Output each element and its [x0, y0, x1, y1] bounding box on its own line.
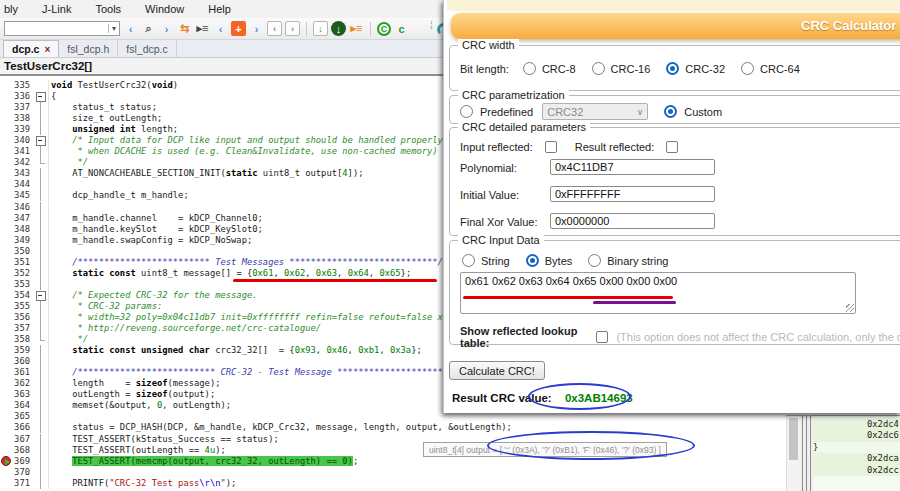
predefined-select[interactable]: CRC32 ∨	[542, 103, 648, 120]
scrollbar-thumb[interactable]	[789, 418, 798, 460]
menu-item-bly[interactable]: bly	[4, 3, 18, 15]
navigate-forward-icon[interactable]: ›	[159, 21, 174, 36]
disassembly-row[interactable]: }	[813, 442, 900, 453]
menu-item-tools[interactable]: Tools	[95, 3, 121, 15]
tab-fsl_dcp-h[interactable]: fsl_dcp.h	[59, 40, 118, 57]
line-number[interactable]: 343	[0, 168, 34, 179]
show-lookup-checkbox[interactable]	[596, 331, 608, 343]
menu-item-help[interactable]: Help	[208, 3, 231, 15]
code-text[interactable]: m_handle.swapConfig = kDCP_NoSwap;	[49, 235, 252, 245]
code-text[interactable]: TEST_ASSERT(memcmp(output, crc32_32, out…	[49, 456, 358, 466]
line-number[interactable]: 366	[0, 422, 34, 433]
disassembly-row[interactable]: 0x2dc4	[813, 419, 900, 430]
code-text[interactable]: m_handle.channel = kDCP_Channel0;	[49, 213, 263, 223]
code-text[interactable]	[49, 411, 51, 421]
line-number[interactable]: 356	[0, 312, 34, 323]
code-text[interactable]: */	[49, 157, 88, 167]
swap-arrows-icon[interactable]: ⇆	[177, 21, 192, 36]
calculate-crc-button[interactable]: Calculate CRC!	[449, 361, 545, 380]
fold-margin[interactable]	[34, 301, 49, 312]
line-number[interactable]: 337	[0, 102, 34, 113]
address-combobox[interactable]: ▾	[4, 21, 120, 36]
crc-width-radio-crc-64[interactable]	[741, 62, 754, 75]
line-number[interactable]: 359	[0, 345, 34, 356]
code-text[interactable]	[49, 179, 51, 189]
breakpoint-icon[interactable]	[1, 456, 11, 466]
fold-margin[interactable]	[34, 268, 49, 279]
pane-splitter[interactable]	[800, 415, 813, 491]
fold-margin[interactable]	[34, 213, 49, 224]
code-line[interactable]: 371 PRINTF("CRC-32 Test pass\r\n");	[0, 478, 900, 489]
fold-margin[interactable]	[34, 235, 49, 246]
custom-radio[interactable]	[664, 105, 677, 118]
fold-margin[interactable]	[34, 389, 49, 400]
line-number[interactable]: 342	[0, 157, 34, 168]
line-number[interactable]: 338	[0, 113, 34, 124]
code-text[interactable]: * http://reveng.sourceforge.net/crc-cata…	[49, 323, 321, 333]
fold-margin[interactable]	[34, 190, 49, 201]
code-text[interactable]: void TestUserCrc32(void)	[49, 80, 178, 90]
fold-margin[interactable]	[34, 224, 49, 235]
fold-margin[interactable]	[34, 91, 49, 102]
menu-item-j-link[interactable]: J-Link	[42, 3, 71, 15]
line-number[interactable]: 350	[0, 246, 34, 257]
fold-margin[interactable]	[34, 80, 49, 91]
fold-margin[interactable]	[34, 478, 49, 489]
toolbar-overflow-icon[interactable]: ⁞	[430, 20, 432, 31]
code-text[interactable]: TEST_ASSERT(kStatus_Success == status);	[49, 434, 279, 444]
code-text[interactable]: status_t status;	[49, 102, 157, 112]
line-number[interactable]: 335	[0, 80, 34, 91]
code-text[interactable]: m_handle.keySlot = kDCP_KeySlot0;	[49, 224, 263, 234]
line-number[interactable]: 360	[0, 356, 34, 367]
line-number[interactable]: 344	[0, 179, 34, 190]
line-number[interactable]: 361	[0, 367, 34, 378]
input-reflected-checkbox[interactable]	[545, 141, 557, 153]
line-number[interactable]: 370	[0, 467, 34, 478]
code-text[interactable]	[49, 202, 51, 212]
code-text[interactable]	[49, 467, 51, 477]
predefined-radio[interactable]	[460, 105, 473, 118]
fold-margin[interactable]	[34, 467, 49, 478]
fold-margin[interactable]	[34, 257, 49, 268]
breakpoint-shield-icon[interactable]: +	[231, 21, 246, 36]
reset-icon[interactable]: C	[377, 22, 391, 36]
code-text[interactable]: unsigned int length;	[49, 124, 178, 134]
line-number[interactable]: 347	[0, 213, 34, 224]
run-list-icon[interactable]: ▸≡	[349, 21, 364, 36]
next-item-icon[interactable]: ›	[249, 21, 264, 36]
line-number[interactable]: 358	[0, 334, 34, 345]
input-data-radio-bytes[interactable]	[526, 254, 539, 267]
code-text[interactable]: * when DCACHE is used (e.g. Clean&Invali…	[49, 146, 438, 156]
fold-margin[interactable]	[34, 146, 49, 157]
fold-margin[interactable]	[34, 422, 49, 433]
input-data-textarea[interactable]: 0x61 0x62 0x63 0x64 0x65 0x00 0x00 0x00	[460, 272, 856, 314]
fold-margin[interactable]	[34, 102, 49, 113]
fold-margin[interactable]	[34, 246, 49, 257]
fold-margin[interactable]	[34, 124, 49, 135]
line-number[interactable]: 364	[0, 400, 34, 411]
code-text[interactable]: dcp_handle_t m_handle;	[49, 190, 189, 200]
disassembly-pane[interactable]: 0x2dc40x2dc6}0x2dca0x2dcc	[813, 415, 900, 491]
code-text[interactable]: * CRC-32 params:	[49, 301, 162, 311]
code-text[interactable]: memset(&output, 0, outLength);	[49, 400, 231, 410]
code-text[interactable]: /* Expected CRC-32 for the message.	[49, 290, 258, 300]
line-number[interactable]: 346	[0, 202, 34, 213]
code-text[interactable]: static const unsigned char crc32_32[] = …	[49, 345, 422, 355]
fold-margin[interactable]	[34, 334, 49, 345]
code-text[interactable]: /************************** CRC-32 - Tes…	[49, 367, 443, 377]
crc-width-radio-crc-8[interactable]	[523, 62, 536, 75]
line-number[interactable]: 363	[0, 389, 34, 400]
fold-margin[interactable]	[34, 411, 49, 422]
line-number[interactable]: 345	[0, 190, 34, 201]
line-number[interactable]: 353	[0, 279, 34, 290]
crc-width-radio-crc-32[interactable]	[666, 62, 679, 75]
code-text[interactable]: /* Input data for DCP like input and out…	[49, 135, 443, 145]
fold-margin[interactable]	[34, 157, 49, 168]
code-text[interactable]	[49, 356, 51, 366]
fold-margin[interactable]	[34, 400, 49, 411]
fold-margin[interactable]	[34, 312, 49, 323]
line-number[interactable]: 336	[0, 91, 34, 102]
navigate-back-icon[interactable]: ‹	[123, 21, 138, 36]
fold-margin[interactable]	[34, 434, 49, 445]
code-text[interactable]: status = DCP_HASH(DCP, &m_handle, kDCP_C…	[49, 422, 512, 432]
